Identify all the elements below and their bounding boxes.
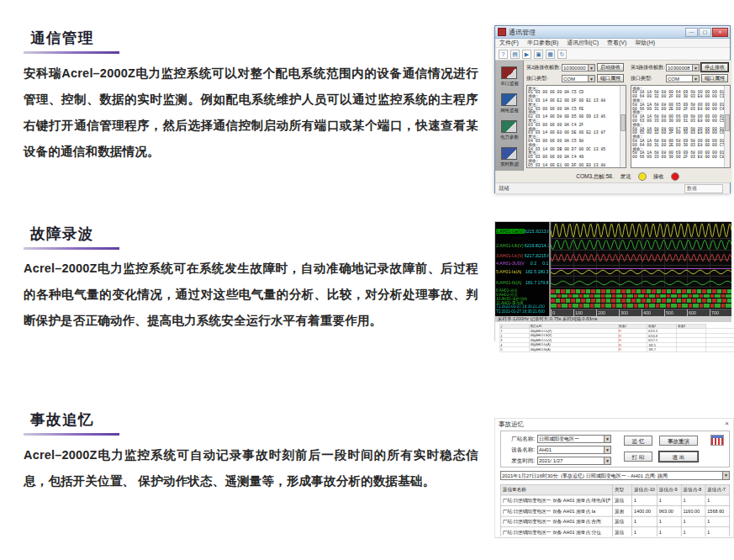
axis-tick: 200 xyxy=(596,309,605,316)
section-body-recall: Acrel–2000Z电力监控系统可自动记录事故时刻前后一段时间的所有实时稳态信… xyxy=(24,442,478,494)
start-icon[interactable]: ▶ xyxy=(522,50,531,59)
scrollbar[interactable] xyxy=(620,86,626,167)
recall-table-row[interactable]: 厂站:日照城阳变电区一 设备:AH01 测量点:继电保护遥信111111 xyxy=(500,495,730,506)
window-icon[interactable]: ▦ xyxy=(546,50,555,59)
field-combo[interactable]: 2021/ 1/27▼ xyxy=(537,457,611,465)
wave-footer-note: 采样率:1200Hz 记录时长:0.75s 采样间隔:0.83ms xyxy=(495,316,731,322)
field-label: 设备名称: xyxy=(504,446,535,454)
port-combo[interactable]: 10300000▼ xyxy=(562,64,595,71)
event-select[interactable]: 2021年1月27日16时30分: (事故追忆) 日照城阳变电区一 - AH01… xyxy=(500,471,730,480)
table-cell xyxy=(677,347,706,352)
recall-table-row[interactable]: 厂站:日照城阳变电区一 设备:AH01 测量点:合闸遥信111111 xyxy=(500,516,730,527)
dialog-button[interactable]: 打 印 xyxy=(624,452,652,462)
recall-table-cell: 1 xyxy=(681,516,705,527)
recall-table-header[interactable]: 遥信点-9 xyxy=(657,484,681,495)
field-combo-value: AH01 xyxy=(539,447,552,452)
sidebar-item[interactable]: 实时数据 xyxy=(497,147,522,168)
port-panel-right: 第3路接收帧数:10300008▼停止接收接口类型:COM▼端口属性接收:68 … xyxy=(630,61,730,171)
open-icon[interactable]: ▤ xyxy=(510,50,520,59)
recall-table-header[interactable]: 遥信点-10 xyxy=(632,484,657,495)
axis-tick: 400 xyxy=(642,309,651,316)
recall-table-cell: 厂站:日照城阳变电区一 设备:AH01 测量点:继电保护 xyxy=(500,495,612,506)
hex-data-listbox[interactable]: 发送:01 03 00 00 00 0A C5 CD接收:01 03 14 00… xyxy=(526,85,626,168)
recall-table-header[interactable]: 遥信量名称 xyxy=(500,484,612,495)
recall-table-header[interactable]: 遥信点-7 xyxy=(705,484,730,495)
table-row[interactable]: 5进线AH01:Ib(A)R181.7 xyxy=(499,347,734,352)
waveform-strip xyxy=(551,277,731,288)
dialog-button[interactable]: 退 出 xyxy=(659,452,698,462)
recall-table-cell: 1 xyxy=(705,527,730,536)
close-icon[interactable]: × xyxy=(725,420,729,427)
window-title: 通讯管理 xyxy=(509,28,536,37)
port-button[interactable]: 端口属性 xyxy=(701,74,728,82)
sidebar-item[interactable]: 网络监视 xyxy=(497,93,522,114)
menu-item[interactable]: 串口参数(B) xyxy=(523,39,562,47)
channel-row[interactable]: 5:AH01-Ia(A)182.5180.3 xyxy=(496,267,549,277)
minimize-button[interactable]: — xyxy=(685,28,698,37)
axis-tick: 600 xyxy=(687,309,696,316)
menu-item[interactable]: 查看(V) xyxy=(603,39,631,47)
field-label: 接口类型: xyxy=(526,75,562,82)
maximize-button[interactable]: ▢ xyxy=(699,28,711,37)
port-combo[interactable]: COM▼ xyxy=(562,75,595,82)
chevron-down-icon: ▼ xyxy=(604,457,610,464)
recall-table-header[interactable]: 遥信点-8 xyxy=(681,484,705,495)
scrollbar[interactable] xyxy=(724,86,730,167)
sidebar-item[interactable]: 电力参数 xyxy=(497,120,522,141)
port-button[interactable]: 端口属性 xyxy=(597,74,624,82)
recall-table-cell: 遥信 xyxy=(612,516,631,527)
channel-value-2: 6214.1 xyxy=(536,243,548,248)
port-combo[interactable]: 10300008▼ xyxy=(666,64,700,71)
hex-lines: 发送:01 03 00 00 00 0A C5 CD接收:01 03 14 00… xyxy=(528,87,626,168)
menu-item[interactable]: 文件(F) xyxy=(495,39,523,47)
channel-row[interactable]: 6:AH01-Ib(A)181.7179.8 xyxy=(496,277,549,288)
channel-row[interactable]: 2:AH01-Ub(V)6216.86214.1 xyxy=(496,240,549,251)
dialog-button[interactable]: 事故重演 xyxy=(659,436,698,446)
waveform-strip xyxy=(551,266,731,277)
menu-item[interactable]: 帮助(H) xyxy=(631,39,659,47)
field-combo[interactable]: 日照城阳变电区一▼ xyxy=(537,435,611,443)
channel-name: 5:AH01-Ia(A) xyxy=(496,270,525,275)
recall-table-row[interactable]: 厂站:日照城阳变电区一 设备:AH01 测量点:Ia遥测1400.00963.0… xyxy=(500,506,730,517)
port-combo[interactable]: COM▼ xyxy=(666,75,700,82)
channel-row[interactable]: 4:AH01-3U0(V)0.20.1 xyxy=(496,261,549,267)
port-combo-value: COM xyxy=(668,77,679,82)
channel-value-2: 6213.8 xyxy=(536,229,548,234)
port-config-row: 接口类型:COM▼端口属性 xyxy=(631,74,729,82)
scrollbar-thumb[interactable] xyxy=(620,114,626,131)
channel-row[interactable]: 1:AH01-Ua(V)6215.36213.8 xyxy=(496,223,549,240)
accident-recall-dialog: 事故追忆 × 厂站名称:日照城阳变电区一▼设备名称:AH01▼发生时间:2021… xyxy=(494,418,734,538)
digital-signal-bar xyxy=(551,298,731,303)
axis-tick: 300 xyxy=(619,309,628,316)
help-icon[interactable]: ? xyxy=(499,50,508,59)
query-groupbox: 厂站名称:日照城阳变电区一▼设备名称:AH01▼发生时间:2021/ 1/27▼… xyxy=(500,431,730,468)
recall-table-row[interactable]: 厂站:日照城阳变电区一 设备:AH01 测量点:分位遥信111111 xyxy=(500,527,730,536)
recall-table-header[interactable]: 遥信点-6 xyxy=(729,484,730,495)
close-button[interactable]: × xyxy=(712,28,728,37)
recall-table-header[interactable]: 类型 xyxy=(612,484,631,495)
recall-table-cell: 1 xyxy=(729,516,730,527)
section-heading-wave: 故障录波 xyxy=(30,224,94,244)
refresh-icon[interactable]: ↻ xyxy=(557,50,567,59)
dialog-button[interactable]: 追 忆 xyxy=(624,436,652,446)
scrollbar-thumb[interactable] xyxy=(725,114,730,131)
hex-data-listbox[interactable]: 接收:68 1A 1A 68 08 00 64 09 68 00 00 00 0… xyxy=(631,85,731,168)
port-button[interactable]: 停止接收 xyxy=(701,63,728,71)
table-cell xyxy=(706,347,734,352)
sidebar-item[interactable]: 串口监视 xyxy=(497,66,522,87)
field-label: 第2路接收帧数: xyxy=(526,64,562,71)
save-icon[interactable]: ▣ xyxy=(534,50,543,59)
table-cell: 181.7 xyxy=(647,347,677,352)
port-button[interactable]: 启动接收 xyxy=(597,63,624,71)
axis-tick: 500 xyxy=(664,309,673,316)
section-body-comm: 安科瑞Acrel–2000Z电力监控系统可以对整个配电系统范围内的设备通信情况进… xyxy=(24,61,478,165)
table-cell: 进线AH01:Ib(A) xyxy=(529,347,618,352)
channel-name: 3:AH01-Uc(V) xyxy=(496,254,525,259)
channel-name: 4:AH01-3U0(V) xyxy=(496,262,525,267)
recall-table-cell: 1 xyxy=(657,516,681,527)
channel-row[interactable]: 3:AH01-Uc(V)6217.26215.6 xyxy=(496,251,549,261)
port-combo-value: 10300000 xyxy=(563,66,586,71)
channel-value-1: 6215.3 xyxy=(525,229,536,234)
field-combo[interactable]: AH01▼ xyxy=(537,446,611,454)
menu-item[interactable]: 通讯控制(C) xyxy=(562,39,603,47)
